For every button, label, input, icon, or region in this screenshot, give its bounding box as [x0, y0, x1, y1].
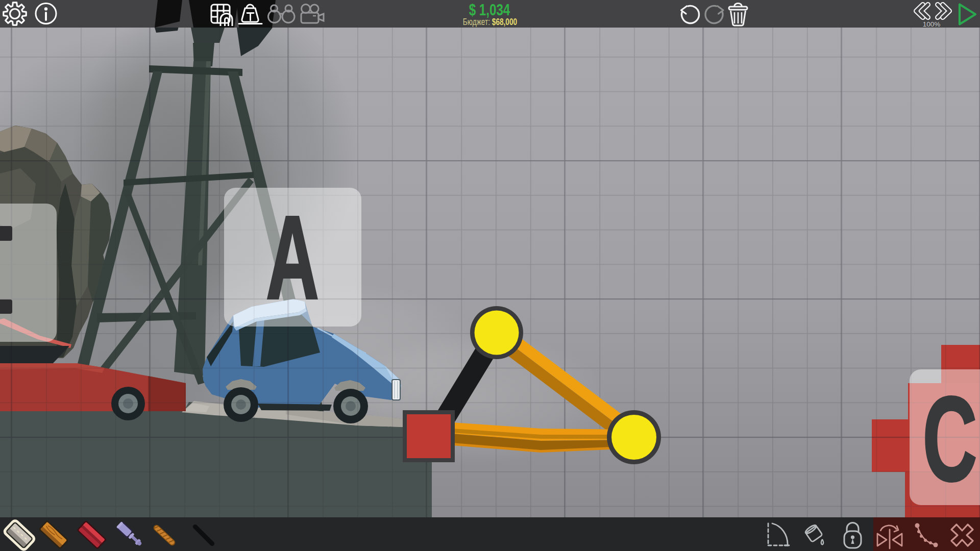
svg-text:100%: 100% [923, 20, 941, 28]
svg-text:Бюджет: $68,000: Бюджет: $68,000 [463, 17, 518, 27]
svg-text:A: A [266, 191, 319, 324]
svg-text:C: C [923, 372, 977, 506]
svg-text:$ 1,034: $ 1,034 [469, 1, 510, 19]
